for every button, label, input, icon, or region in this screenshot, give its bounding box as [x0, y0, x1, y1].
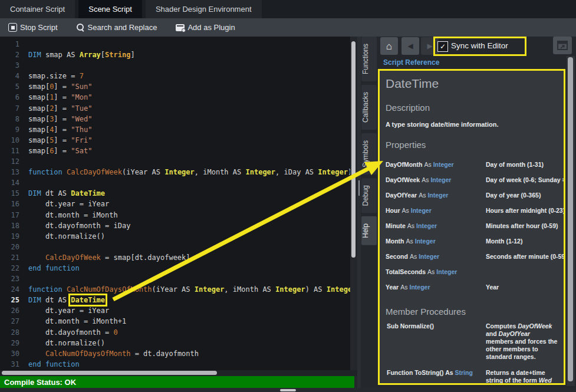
- search-and-replace-label: Search and Replace: [88, 23, 157, 32]
- home-icon: ⌂: [386, 41, 392, 51]
- code-line[interactable]: DIM dt AS DateTime: [28, 295, 349, 305]
- code-line[interactable]: smap[6] = "Sat": [28, 146, 349, 156]
- tab-container-script[interactable]: Container Script: [0, 0, 75, 18]
- popout-window-icon: [557, 41, 568, 50]
- line-number: 16: [0, 199, 24, 209]
- code-line[interactable]: end function: [28, 359, 349, 370]
- code-line[interactable]: dt.month = iMonth: [28, 210, 349, 220]
- code-line[interactable]: dt.normalize(): [28, 338, 349, 348]
- code-line[interactable]: smap[5] = "Fri": [28, 135, 349, 146]
- property-description: Day of week (0-6; Sunday = 0): [486, 172, 565, 187]
- code-line[interactable]: [28, 274, 349, 284]
- type-link[interactable]: Integer: [427, 192, 448, 199]
- doc-title: DateTime: [386, 77, 558, 91]
- line-number: 23: [0, 274, 24, 284]
- code-line[interactable]: function CalcNumOfDaysOfMonth(iYear AS I…: [28, 284, 349, 295]
- side-tab-symbols[interactable]: Symbols: [361, 133, 377, 174]
- code-line[interactable]: dt.year = iYear: [28, 305, 349, 316]
- code-line[interactable]: [28, 39, 349, 50]
- code-line[interactable]: CalcNumOfDaysOfMonth = dt.dayofmonth: [28, 348, 349, 359]
- code-line[interactable]: smap[2] = "Tue": [28, 103, 349, 114]
- add-as-plugin-label: Add as Plugin: [187, 23, 235, 32]
- side-tab-debug[interactable]: Debug: [361, 178, 377, 213]
- code-line[interactable]: [28, 177, 349, 188]
- code-line[interactable]: dt.year = iYear: [28, 199, 349, 209]
- type-link[interactable]: Integer: [419, 253, 439, 260]
- code-line[interactable]: dt.normalize(): [28, 231, 349, 242]
- code-editor[interactable]: 1234567891011121314151617181920212223242…: [0, 37, 357, 370]
- panel-scrollbar[interactable]: [567, 56, 575, 386]
- line-number: 29: [0, 338, 24, 348]
- panel-scrollbar-thumb[interactable]: [568, 57, 573, 381]
- side-tab-strip: FunctionsCallbacksSymbolsDebugHelp: [361, 37, 377, 249]
- code-line[interactable]: smap[4] = "Thu": [28, 124, 349, 135]
- line-number: 21: [0, 252, 24, 263]
- property-signature: TotalSecondsAsInteger: [386, 264, 486, 279]
- line-number: 15: [0, 188, 24, 199]
- back-button[interactable]: ◀: [401, 37, 419, 55]
- type-link[interactable]: String: [455, 369, 472, 376]
- side-tab-functions[interactable]: Functions: [361, 37, 377, 81]
- side-tab-help[interactable]: Help: [361, 216, 377, 245]
- script-toolbar: Stop Script Search and Replace Add as Pl…: [0, 18, 576, 37]
- line-number: 19: [0, 231, 24, 242]
- code-lines[interactable]: DIM smap AS Array[String]smap.size = 7sm…: [28, 39, 349, 370]
- type-link[interactable]: Integer: [409, 284, 430, 291]
- type-link[interactable]: Integer: [436, 268, 457, 275]
- line-number: 5: [0, 81, 24, 92]
- popout-button[interactable]: [553, 37, 572, 54]
- code-line[interactable]: smap.size = 7: [28, 71, 349, 81]
- code-line[interactable]: DIM dt AS DateTime: [28, 188, 349, 199]
- stop-script-button[interactable]: Stop Script: [6, 22, 60, 33]
- datetime-highlight-box: DateTime: [71, 296, 105, 304]
- forward-icon: ▶: [427, 42, 432, 50]
- home-button[interactable]: ⌂: [380, 37, 398, 55]
- back-icon: ◀: [407, 42, 413, 50]
- splitter-handle[interactable]: [358, 180, 360, 196]
- code-line[interactable]: smap[0] = "Sun": [28, 81, 349, 92]
- bottom-scrollbar-thumb[interactable]: [280, 389, 296, 391]
- search-and-replace-button[interactable]: Search and Replace: [74, 22, 160, 33]
- sync-with-editor-checkbox[interactable]: ✓: [437, 41, 448, 52]
- property-signature: MinuteAsInteger: [386, 218, 486, 233]
- checkmark-icon: ✓: [440, 42, 446, 51]
- line-number: 27: [0, 316, 24, 327]
- editor-vertical-scrollbar-thumb[interactable]: [351, 41, 356, 258]
- line-number: 7: [0, 103, 24, 114]
- line-numbers: 1234567891011121314151617181920212223242…: [0, 39, 24, 370]
- code-line[interactable]: dt.dayofmonth = iDay: [28, 220, 349, 231]
- code-line[interactable]: dt.dayofmonth = 0: [28, 327, 349, 338]
- code-line[interactable]: [28, 156, 349, 167]
- property-signature: DayOfYearAsInteger: [386, 187, 486, 203]
- line-number: 22: [0, 263, 24, 274]
- script-reference-link[interactable]: Script Reference: [383, 58, 439, 67]
- code-line[interactable]: CalcDayOfWeek = smap[dt.dayofweek]: [28, 252, 349, 263]
- tab-scene-script[interactable]: Scene Script: [78, 0, 142, 18]
- compile-status-bar: Compile Status: OK: [0, 376, 354, 388]
- editor-vertical-scrollbar[interactable]: [350, 37, 357, 370]
- property-signature: SecondAsInteger: [386, 249, 486, 264]
- property-description: Year: [486, 279, 565, 295]
- code-line[interactable]: end function: [28, 263, 349, 274]
- code-line[interactable]: [28, 60, 349, 71]
- code-line[interactable]: dt.month = iMonth+1: [28, 316, 349, 327]
- editor-horizontal-scrollbar-thumb[interactable]: [2, 371, 217, 375]
- type-link[interactable]: Integer: [415, 238, 436, 245]
- code-line[interactable]: DIM smap AS Array[String]: [28, 50, 349, 60]
- line-number: 28: [0, 327, 24, 338]
- code-line[interactable]: [28, 242, 349, 252]
- line-number: 17: [0, 210, 24, 220]
- property-description: [486, 264, 565, 279]
- code-line[interactable]: smap[3] = "Wed": [28, 114, 349, 124]
- type-link[interactable]: Integer: [430, 176, 451, 183]
- add-as-plugin-button[interactable]: Add as Plugin: [173, 22, 237, 33]
- type-link[interactable]: Integer: [433, 161, 454, 168]
- type-link[interactable]: Integer: [416, 222, 437, 229]
- type-link[interactable]: Integer: [411, 207, 432, 214]
- tab-shader-design-environment[interactable]: Shader Design Environment: [146, 0, 262, 18]
- add-as-plugin-icon: [176, 24, 185, 31]
- editor-horizontal-scrollbar[interactable]: [0, 370, 357, 376]
- code-line[interactable]: function CalcDayOfWeek(iYear AS Integer,…: [28, 167, 349, 177]
- code-line[interactable]: smap[1] = "Mon": [28, 92, 349, 103]
- side-tab-callbacks[interactable]: Callbacks: [361, 85, 377, 130]
